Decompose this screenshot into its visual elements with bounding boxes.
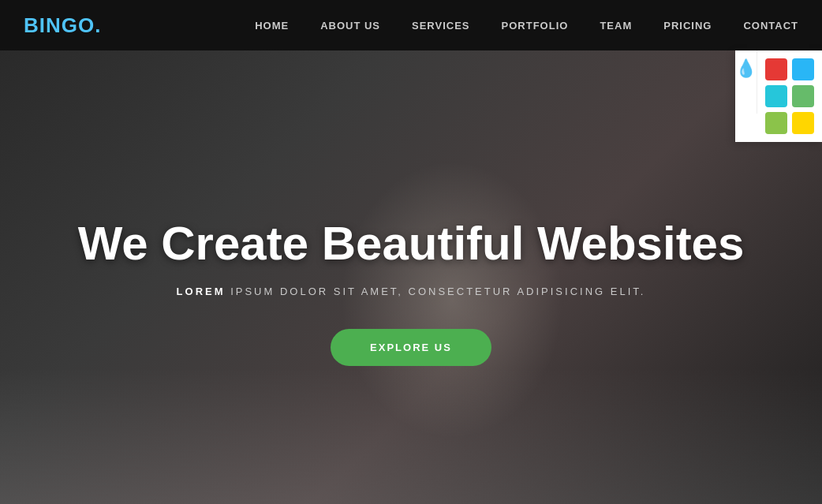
color-swatch[interactable]	[792, 112, 814, 134]
logo-accent: BINGO	[24, 13, 95, 37]
nav-link[interactable]: ABOUT US	[320, 20, 380, 32]
logo: BINGO.	[24, 13, 101, 38]
nav-link[interactable]: SERVICES	[412, 20, 470, 32]
navbar: BINGO. HOMEABOUT USSERVICESPORTFOLIOTEAM…	[0, 0, 822, 50]
explore-button[interactable]: EXPLORE US	[331, 329, 491, 366]
nav-item: PRICING	[663, 18, 712, 32]
nav-item: TEAM	[600, 18, 632, 32]
droplet-icon: 💧	[735, 58, 757, 79]
nav-links: HOMEABOUT USSERVICESPORTFOLIOTEAMPRICING…	[255, 18, 798, 32]
color-picker-panel: 💧	[735, 50, 822, 142]
color-swatch[interactable]	[792, 58, 814, 80]
hero-subtitle-rest: IPSUM DOLOR SIT AMET, CONSECTETUR ADIPIS…	[226, 286, 646, 297]
nav-link[interactable]: PRICING	[663, 20, 712, 32]
nav-item: ABOUT US	[320, 18, 380, 32]
color-swatch[interactable]	[792, 85, 814, 107]
nav-link[interactable]: HOME	[255, 20, 289, 32]
hero-subtitle: LOREM IPSUM DOLOR SIT AMET, CONSECTETUR …	[177, 286, 646, 297]
color-grid	[757, 50, 822, 142]
nav-item: CONTACT	[743, 18, 798, 32]
hero-title: We Create Beautiful Websites	[78, 218, 745, 270]
nav-link[interactable]: CONTACT	[743, 20, 798, 32]
logo-dot: .	[95, 13, 101, 37]
nav-item: HOME	[255, 18, 289, 32]
hero-subtitle-prefix: LOREM	[177, 286, 226, 297]
hero-section: We Create Beautiful Websites LOREM IPSUM…	[0, 0, 822, 504]
nav-item: PORTFOLIO	[502, 18, 569, 32]
color-swatch[interactable]	[765, 58, 787, 80]
color-swatch[interactable]	[765, 85, 787, 107]
nav-link[interactable]: PORTFOLIO	[502, 20, 569, 32]
color-picker-trigger[interactable]: 💧	[735, 50, 757, 114]
color-swatch[interactable]	[765, 112, 787, 134]
hero-content: We Create Beautiful Websites LOREM IPSUM…	[78, 218, 745, 366]
nav-item: SERVICES	[412, 18, 470, 32]
nav-link[interactable]: TEAM	[600, 20, 632, 32]
